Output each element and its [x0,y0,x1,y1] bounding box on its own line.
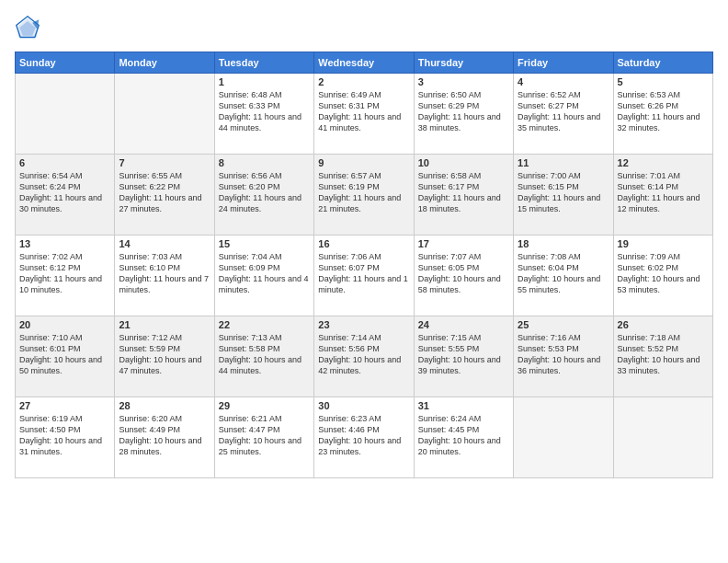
calendar-cell: 11Sunrise: 7:00 AM Sunset: 6:15 PM Dayli… [514,155,613,236]
day-number: 26 [618,319,709,330]
day-info: Sunrise: 6:58 AM Sunset: 6:17 PM Dayligh… [418,170,509,215]
page-header [15,15,713,40]
calendar-cell: 30Sunrise: 6:23 AM Sunset: 4:46 PM Dayli… [314,397,414,478]
calendar-week-row: 27Sunrise: 6:19 AM Sunset: 4:50 PM Dayli… [16,397,713,478]
day-info: Sunrise: 7:00 AM Sunset: 6:15 PM Dayligh… [518,170,609,215]
day-info: Sunrise: 7:09 AM Sunset: 6:02 PM Dayligh… [618,251,709,296]
day-info: Sunrise: 7:18 AM Sunset: 5:52 PM Dayligh… [618,332,709,377]
day-info: Sunrise: 6:48 AM Sunset: 6:33 PM Dayligh… [219,89,310,134]
day-number: 20 [19,319,110,330]
day-number: 6 [19,157,110,168]
calendar-cell: 27Sunrise: 6:19 AM Sunset: 4:50 PM Dayli… [16,397,115,478]
day-info: Sunrise: 7:07 AM Sunset: 6:05 PM Dayligh… [418,251,509,296]
day-info: Sunrise: 6:56 AM Sunset: 6:20 PM Dayligh… [219,170,310,215]
day-number: 5 [618,76,709,87]
day-number: 3 [418,76,509,87]
column-header-wednesday: Wednesday [314,52,414,74]
calendar-cell: 9Sunrise: 6:57 AM Sunset: 6:19 PM Daylig… [314,155,414,236]
day-number: 25 [518,319,609,330]
day-info: Sunrise: 7:14 AM Sunset: 5:56 PM Dayligh… [318,332,409,377]
day-info: Sunrise: 7:04 AM Sunset: 6:09 PM Dayligh… [219,251,310,296]
day-info: Sunrise: 7:13 AM Sunset: 5:58 PM Dayligh… [219,332,310,377]
calendar-cell: 1Sunrise: 6:48 AM Sunset: 6:33 PM Daylig… [214,74,313,155]
column-header-saturday: Saturday [613,52,712,74]
day-info: Sunrise: 6:55 AM Sunset: 6:22 PM Dayligh… [119,170,210,215]
calendar-cell: 4Sunrise: 6:52 AM Sunset: 6:27 PM Daylig… [514,74,613,155]
day-info: Sunrise: 6:24 AM Sunset: 4:45 PM Dayligh… [418,413,509,458]
calendar-cell: 29Sunrise: 6:21 AM Sunset: 4:47 PM Dayli… [214,397,313,478]
calendar-cell: 8Sunrise: 6:56 AM Sunset: 6:20 PM Daylig… [214,155,313,236]
calendar-cell: 20Sunrise: 7:10 AM Sunset: 6:01 PM Dayli… [16,316,115,397]
calendar-cell: 2Sunrise: 6:49 AM Sunset: 6:31 PM Daylig… [314,74,414,155]
day-info: Sunrise: 7:01 AM Sunset: 6:14 PM Dayligh… [618,170,709,215]
day-info: Sunrise: 7:03 AM Sunset: 6:10 PM Dayligh… [119,251,210,296]
calendar-cell: 7Sunrise: 6:55 AM Sunset: 6:22 PM Daylig… [115,155,214,236]
day-number: 19 [618,238,709,249]
day-number: 11 [518,157,609,168]
day-info: Sunrise: 6:50 AM Sunset: 6:29 PM Dayligh… [418,89,509,134]
calendar-cell: 13Sunrise: 7:02 AM Sunset: 6:12 PM Dayli… [16,236,115,316]
day-info: Sunrise: 7:16 AM Sunset: 5:53 PM Dayligh… [518,332,609,377]
calendar-cell: 12Sunrise: 7:01 AM Sunset: 6:14 PM Dayli… [613,155,712,236]
day-number: 8 [219,157,310,168]
day-info: Sunrise: 6:19 AM Sunset: 4:50 PM Dayligh… [19,413,110,458]
calendar-cell: 24Sunrise: 7:15 AM Sunset: 5:55 PM Dayli… [414,316,513,397]
calendar-cell [115,74,214,155]
day-number: 12 [618,157,709,168]
day-info: Sunrise: 6:20 AM Sunset: 4:49 PM Dayligh… [119,413,210,458]
calendar-week-row: 13Sunrise: 7:02 AM Sunset: 6:12 PM Dayli… [16,236,713,316]
day-number: 23 [318,319,409,330]
day-info: Sunrise: 6:54 AM Sunset: 6:24 PM Dayligh… [19,170,110,215]
day-number: 16 [318,238,409,249]
column-header-monday: Monday [115,52,214,74]
column-header-friday: Friday [514,52,613,74]
calendar-cell: 28Sunrise: 6:20 AM Sunset: 4:49 PM Dayli… [115,397,214,478]
day-info: Sunrise: 6:53 AM Sunset: 6:26 PM Dayligh… [618,89,709,134]
day-number: 1 [219,76,310,87]
calendar-cell: 19Sunrise: 7:09 AM Sunset: 6:02 PM Dayli… [613,236,712,316]
day-number: 7 [119,157,210,168]
column-header-tuesday: Tuesday [214,52,313,74]
day-info: Sunrise: 6:57 AM Sunset: 6:19 PM Dayligh… [318,170,409,215]
calendar-cell: 22Sunrise: 7:13 AM Sunset: 5:58 PM Dayli… [214,316,313,397]
day-number: 4 [518,76,609,87]
day-number: 2 [318,76,409,87]
day-number: 18 [518,238,609,249]
calendar-cell: 23Sunrise: 7:14 AM Sunset: 5:56 PM Dayli… [314,316,414,397]
calendar-cell: 10Sunrise: 6:58 AM Sunset: 6:17 PM Dayli… [414,155,513,236]
day-info: Sunrise: 7:10 AM Sunset: 6:01 PM Dayligh… [19,332,110,377]
day-info: Sunrise: 7:06 AM Sunset: 6:07 PM Dayligh… [318,251,409,296]
logo-icon [15,15,40,40]
calendar-cell: 25Sunrise: 7:16 AM Sunset: 5:53 PM Dayli… [514,316,613,397]
calendar-cell [514,397,613,478]
logo [15,15,44,40]
calendar-week-row: 1Sunrise: 6:48 AM Sunset: 6:33 PM Daylig… [16,74,713,155]
day-number: 27 [19,400,110,411]
day-number: 9 [318,157,409,168]
day-number: 10 [418,157,509,168]
day-info: Sunrise: 7:02 AM Sunset: 6:12 PM Dayligh… [19,251,110,296]
day-number: 30 [318,400,409,411]
day-info: Sunrise: 7:15 AM Sunset: 5:55 PM Dayligh… [418,332,509,377]
calendar-cell: 16Sunrise: 7:06 AM Sunset: 6:07 PM Dayli… [314,236,414,316]
column-header-sunday: Sunday [16,52,115,74]
day-number: 21 [119,319,210,330]
day-info: Sunrise: 6:52 AM Sunset: 6:27 PM Dayligh… [518,89,609,134]
day-number: 29 [219,400,310,411]
day-number: 28 [119,400,210,411]
calendar-cell: 26Sunrise: 7:18 AM Sunset: 5:52 PM Dayli… [613,316,712,397]
day-number: 15 [219,238,310,249]
calendar-cell: 6Sunrise: 6:54 AM Sunset: 6:24 PM Daylig… [16,155,115,236]
day-info: Sunrise: 6:23 AM Sunset: 4:46 PM Dayligh… [318,413,409,458]
calendar-cell: 31Sunrise: 6:24 AM Sunset: 4:45 PM Dayli… [414,397,513,478]
day-number: 17 [418,238,509,249]
day-info: Sunrise: 6:49 AM Sunset: 6:31 PM Dayligh… [318,89,409,134]
day-number: 13 [19,238,110,249]
calendar-table: SundayMondayTuesdayWednesdayThursdayFrid… [15,52,713,478]
calendar-cell: 14Sunrise: 7:03 AM Sunset: 6:10 PM Dayli… [115,236,214,316]
calendar-header-row: SundayMondayTuesdayWednesdayThursdayFrid… [16,52,713,74]
day-info: Sunrise: 6:21 AM Sunset: 4:47 PM Dayligh… [219,413,310,458]
column-header-thursday: Thursday [414,52,513,74]
day-number: 22 [219,319,310,330]
calendar-week-row: 6Sunrise: 6:54 AM Sunset: 6:24 PM Daylig… [16,155,713,236]
